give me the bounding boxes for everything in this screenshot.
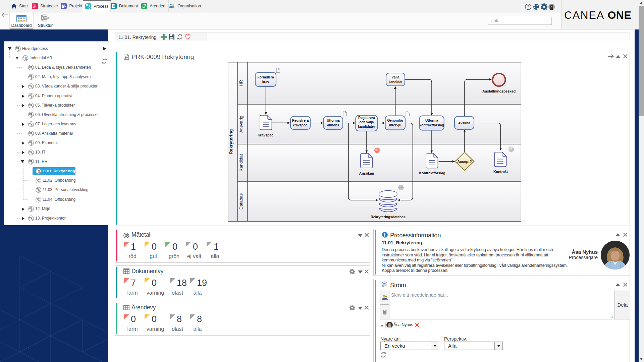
svg-text:Formulera: Formulera <box>258 75 274 79</box>
svg-text:Avsluta: Avsluta <box>458 121 470 125</box>
svg-text:Registrera: Registrera <box>292 119 309 122</box>
svg-text:Kandidat: Kandidat <box>238 154 244 171</box>
svg-text:Kravspec.: Kravspec. <box>258 133 274 137</box>
svg-text:annons: annons <box>327 123 339 127</box>
svg-text:Rekrytering: Rekrytering <box>228 129 233 154</box>
svg-text:Ansökan: Ansökan <box>359 171 374 175</box>
svg-text:kandidater: kandidater <box>358 125 375 128</box>
svg-text:intervju: intervju <box>389 123 401 127</box>
svg-text:HR: HR <box>238 80 244 86</box>
svg-text:Kontraktförslag: Kontraktförslag <box>419 171 445 175</box>
svg-text:krav: krav <box>262 80 269 84</box>
svg-text:kandidat: kandidat <box>388 80 402 84</box>
svg-text:kontraktförslag: kontraktförslag <box>420 123 444 127</box>
svg-text:Ansvarig: Ansvarig <box>238 116 244 133</box>
svg-text:Utforma: Utforma <box>327 119 340 122</box>
svg-text:Registrera: Registrera <box>358 116 375 120</box>
svg-text:Accept?: Accept? <box>457 160 472 164</box>
svg-text:Utforma: Utforma <box>425 119 438 122</box>
svg-text:Rekryteringsdatabas: Rekryteringsdatabas <box>371 215 406 219</box>
svg-text:kravspec.: kravspec. <box>292 123 308 127</box>
svg-text:Anställningsbesked: Anställningsbesked <box>482 89 516 93</box>
svg-text:Välja: Välja <box>391 75 399 79</box>
svg-text:Databas: Databas <box>238 193 244 209</box>
svg-text:?: ? <box>527 5 530 9</box>
svg-text:och välja: och välja <box>359 120 374 124</box>
svg-text:Genomför: Genomför <box>387 119 403 122</box>
svg-text:Kontrakt: Kontrakt <box>493 170 508 174</box>
